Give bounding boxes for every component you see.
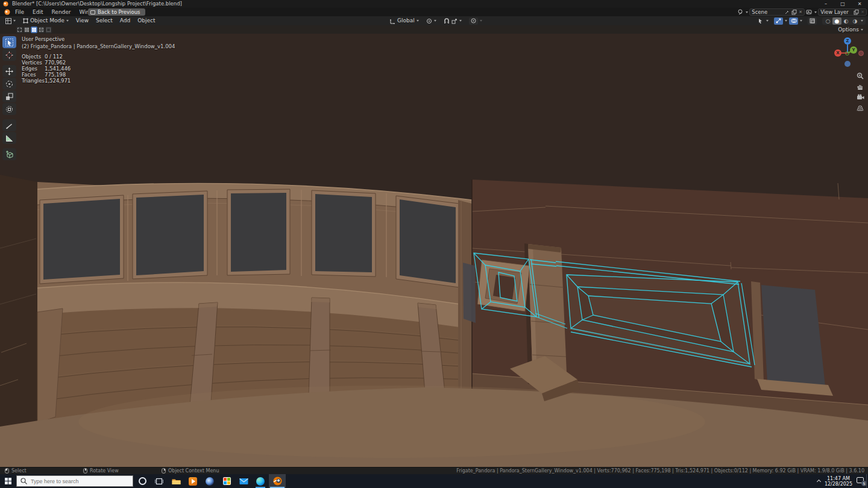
- editor-type-button[interactable]: [2, 16, 19, 25]
- tool-select-box[interactable]: [2, 36, 16, 48]
- scene-3d-render: [0, 34, 868, 467]
- shading-caret[interactable]: [861, 20, 863, 22]
- view-layer-selector[interactable]: View Layer ✕: [818, 8, 867, 16]
- gizmo-neg-z[interactable]: [844, 61, 851, 67]
- pin-icon[interactable]: [785, 10, 790, 14]
- gallery-windows: [40, 189, 459, 287]
- gizmo-neg-x[interactable]: [858, 51, 864, 56]
- snap-caret[interactable]: [459, 20, 462, 22]
- overlays-toggle[interactable]: [789, 17, 798, 25]
- scene-browse-icon[interactable]: [737, 9, 744, 15]
- tool-cursor[interactable]: [2, 49, 16, 61]
- tray-chevron-icon[interactable]: [817, 480, 821, 484]
- window-title: Blender* [C:\Users\Owner\Desktop\Longshi…: [12, 0, 182, 8]
- tool-settings-bar: Options: [0, 25, 868, 34]
- gizmo-x-axis[interactable]: X: [834, 49, 841, 57]
- mail-icon[interactable]: [235, 474, 252, 488]
- zoom-icon[interactable]: [855, 71, 865, 80]
- cortana-icon[interactable]: [134, 474, 151, 488]
- snap-magnet-icon[interactable]: [444, 18, 450, 24]
- mode-dropdown[interactable]: Object Mode: [20, 16, 72, 25]
- view-layer-browse-caret[interactable]: [814, 11, 817, 13]
- media-player-icon[interactable]: [184, 474, 201, 488]
- menu-file[interactable]: File: [11, 8, 28, 16]
- back-to-previous-button[interactable]: Back to Previous: [88, 8, 145, 16]
- left-mouse-icon: [5, 468, 9, 474]
- select-mode-set[interactable]: [16, 27, 23, 33]
- menu-render[interactable]: Render: [48, 8, 75, 16]
- shading-material[interactable]: ◐: [841, 17, 851, 25]
- tool-scale[interactable]: [2, 90, 16, 102]
- orientation-dropdown[interactable]: Global: [397, 16, 415, 25]
- pan-hand-icon[interactable]: [855, 82, 865, 91]
- menu-edit[interactable]: Edit: [28, 8, 47, 16]
- orientation-caret[interactable]: [417, 20, 419, 22]
- shading-rendered[interactable]: ◑: [851, 17, 860, 25]
- menu-view[interactable]: View: [73, 16, 92, 25]
- gizmos-toggle[interactable]: [774, 17, 783, 25]
- gizmo-y-axis[interactable]: Y: [850, 46, 857, 54]
- tool-rotate[interactable]: [2, 78, 16, 90]
- object-mode-icon: [23, 18, 28, 23]
- options-dropdown[interactable]: Options: [838, 25, 863, 34]
- view-layer-browse-icon[interactable]: [806, 9, 813, 15]
- hint-select: Select: [5, 468, 27, 474]
- select-mode-intersect[interactable]: [45, 27, 52, 33]
- scene-selector[interactable]: Scene ✕: [749, 8, 805, 16]
- minimize-button[interactable]: –: [817, 0, 834, 8]
- shading-wireframe[interactable]: ○: [823, 17, 832, 25]
- proportional-editing-toggle[interactable]: [469, 17, 478, 25]
- tool-measure[interactable]: [2, 132, 16, 144]
- navigation-gizmo[interactable]: Z X Y: [831, 35, 867, 70]
- close-button[interactable]: ✕: [851, 0, 868, 8]
- overlays-caret[interactable]: [800, 20, 802, 22]
- new-scene-icon[interactable]: [791, 10, 797, 15]
- viewport-canvas[interactable]: User Perspective (2) Frigate_Pandora | P…: [0, 34, 868, 467]
- gizmo-neg-y[interactable]: [845, 51, 849, 55]
- globe-app-icon[interactable]: [201, 474, 218, 488]
- select-mode-subtract[interactable]: [31, 27, 37, 33]
- maximize-button[interactable]: □: [834, 0, 851, 8]
- tool-transform[interactable]: [2, 103, 16, 115]
- view-layer-name: View Layer: [820, 8, 852, 16]
- show-object-types-icon[interactable]: [758, 18, 764, 24]
- screen-back-icon: [90, 10, 95, 14]
- shading-mode-group: ○ ● ◐ ◑: [822, 17, 866, 25]
- xray-toggle[interactable]: [808, 17, 817, 25]
- search-input[interactable]: [31, 478, 121, 484]
- object-types-caret[interactable]: [766, 20, 769, 22]
- pivot-point-icon[interactable]: [426, 18, 432, 24]
- microsoft-store-icon[interactable]: [218, 474, 235, 488]
- menu-select[interactable]: Select: [93, 16, 116, 25]
- new-view-layer-icon[interactable]: [854, 10, 859, 15]
- perspective-ortho-icon[interactable]: [855, 104, 865, 113]
- task-view-icon[interactable]: [151, 474, 168, 488]
- tool-annotate[interactable]: [2, 119, 16, 131]
- topbar-right: Scene ✕ View Layer ✕: [737, 8, 867, 16]
- start-button[interactable]: [0, 474, 16, 488]
- remove-view-layer-icon[interactable]: ✕: [861, 8, 864, 16]
- edge-icon[interactable]: [252, 474, 269, 488]
- select-mode-invert[interactable]: [38, 27, 45, 33]
- snap-target-icon[interactable]: [451, 18, 458, 24]
- action-center-icon[interactable]: 5: [857, 477, 866, 486]
- gizmos-caret[interactable]: [785, 20, 787, 22]
- scene-browse-caret[interactable]: [746, 11, 748, 13]
- taskbar-search[interactable]: [16, 475, 133, 487]
- blender-logo-icon: [3, 1, 8, 7]
- gizmo-z-axis[interactable]: Z: [844, 37, 851, 45]
- menu-object[interactable]: Object: [134, 16, 158, 25]
- blender-app-icon[interactable]: [4, 9, 10, 15]
- select-mode-extend[interactable]: [24, 27, 30, 33]
- blender-taskbar-icon[interactable]: [269, 474, 286, 488]
- file-explorer-icon[interactable]: [168, 474, 184, 488]
- clock[interactable]: 11:47 AM 12/28/2025: [825, 476, 852, 487]
- menu-add[interactable]: Add: [117, 16, 133, 25]
- pivot-caret[interactable]: [434, 20, 436, 22]
- camera-view-icon[interactable]: [855, 93, 865, 102]
- tool-add-cube[interactable]: [2, 148, 16, 160]
- tool-move[interactable]: [2, 65, 16, 77]
- unlink-scene-icon[interactable]: ✕: [799, 8, 802, 16]
- falloff-caret[interactable]: [480, 20, 482, 22]
- shading-solid[interactable]: ●: [832, 17, 841, 25]
